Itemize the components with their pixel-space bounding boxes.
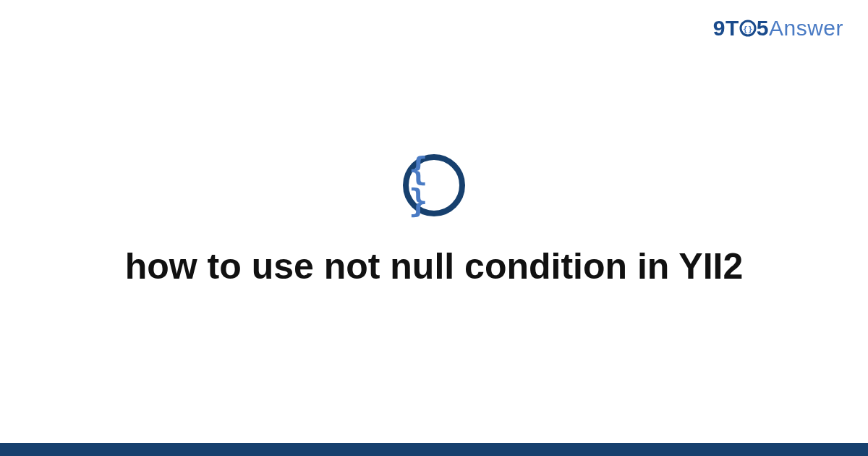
code-braces-icon: { } <box>403 154 465 216</box>
page-title: how to use not null condition in YII2 <box>125 244 744 290</box>
main-content: { } how to use not null condition in YII… <box>0 0 868 443</box>
footer-bar <box>0 443 868 456</box>
braces-glyph: { } <box>409 153 459 217</box>
